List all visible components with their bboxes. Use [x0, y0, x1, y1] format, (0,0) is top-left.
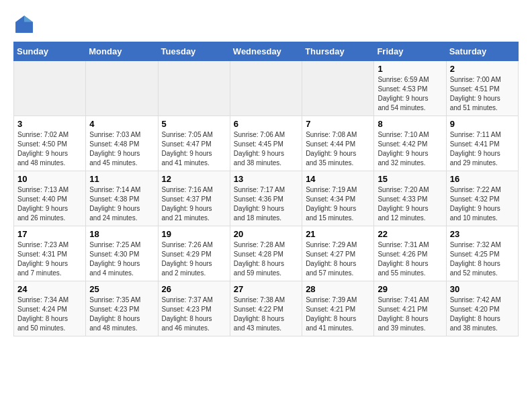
day-info: Sunrise: 7:10 AMSunset: 4:42 PMDaylight:…	[378, 130, 442, 168]
day-info: Sunrise: 7:19 AMSunset: 4:34 PMDaylight:…	[306, 185, 370, 223]
day-cell: 26Sunrise: 7:37 AMSunset: 4:23 PMDayligh…	[158, 281, 230, 336]
day-number: 25	[89, 284, 154, 294]
day-number: 23	[450, 229, 515, 239]
day-cell: 16Sunrise: 7:22 AMSunset: 4:32 PMDayligh…	[446, 171, 518, 226]
day-info: Sunrise: 7:11 AMSunset: 4:41 PMDaylight:…	[450, 130, 515, 168]
day-info: Sunrise: 7:29 AMSunset: 4:27 PMDaylight:…	[306, 240, 370, 278]
day-cell: 4Sunrise: 7:03 AMSunset: 4:48 PMDaylight…	[86, 116, 158, 171]
header-day-friday: Friday	[374, 42, 446, 61]
day-cell	[86, 61, 158, 116]
day-number: 1	[378, 64, 442, 74]
day-info: Sunrise: 7:38 AMSunset: 4:22 PMDaylight:…	[234, 295, 298, 333]
day-cell: 20Sunrise: 7:28 AMSunset: 4:28 PMDayligh…	[230, 226, 302, 281]
calendar-header: SundayMondayTuesdayWednesdayThursdayFrid…	[14, 42, 519, 61]
day-number: 11	[89, 174, 154, 184]
svg-marker-1	[24, 15, 33, 22]
day-info: Sunrise: 7:02 AMSunset: 4:50 PMDaylight:…	[17, 130, 82, 168]
header-day-tuesday: Tuesday	[158, 42, 230, 61]
day-cell: 12Sunrise: 7:16 AMSunset: 4:37 PMDayligh…	[158, 171, 230, 226]
day-cell: 7Sunrise: 7:08 AMSunset: 4:44 PMDaylight…	[302, 116, 374, 171]
day-cell	[14, 61, 86, 116]
day-cell: 11Sunrise: 7:14 AMSunset: 4:38 PMDayligh…	[86, 171, 158, 226]
day-number: 18	[89, 229, 154, 239]
day-number: 16	[450, 174, 515, 184]
day-number: 15	[378, 174, 442, 184]
day-info: Sunrise: 7:28 AMSunset: 4:28 PMDaylight:…	[234, 240, 298, 278]
day-cell: 14Sunrise: 7:19 AMSunset: 4:34 PMDayligh…	[302, 171, 374, 226]
day-cell: 18Sunrise: 7:25 AMSunset: 4:30 PMDayligh…	[86, 226, 158, 281]
day-cell: 9Sunrise: 7:11 AMSunset: 4:41 PMDaylight…	[446, 116, 518, 171]
day-cell	[230, 61, 302, 116]
page-header	[13, 13, 519, 35]
day-info: Sunrise: 7:03 AMSunset: 4:48 PMDaylight:…	[89, 130, 154, 168]
day-number: 14	[306, 174, 370, 184]
header-day-thursday: Thursday	[302, 42, 374, 61]
day-info: Sunrise: 7:31 AMSunset: 4:26 PMDaylight:…	[378, 240, 442, 278]
day-cell: 19Sunrise: 7:26 AMSunset: 4:29 PMDayligh…	[158, 226, 230, 281]
week-row-1: 1Sunrise: 6:59 AMSunset: 4:53 PMDaylight…	[14, 61, 519, 116]
day-number: 5	[162, 119, 226, 129]
day-info: Sunrise: 7:13 AMSunset: 4:40 PMDaylight:…	[17, 185, 82, 223]
day-number: 4	[89, 119, 154, 129]
header-row: SundayMondayTuesdayWednesdayThursdayFrid…	[14, 42, 519, 61]
day-info: Sunrise: 7:37 AMSunset: 4:23 PMDaylight:…	[162, 295, 226, 333]
day-cell: 8Sunrise: 7:10 AMSunset: 4:42 PMDaylight…	[374, 116, 446, 171]
logo-icon	[13, 13, 35, 35]
day-cell: 3Sunrise: 7:02 AMSunset: 4:50 PMDaylight…	[14, 116, 86, 171]
day-number: 2	[450, 64, 515, 74]
day-cell: 30Sunrise: 7:42 AMSunset: 4:20 PMDayligh…	[446, 281, 518, 336]
day-info: Sunrise: 7:05 AMSunset: 4:47 PMDaylight:…	[162, 130, 226, 168]
day-cell	[302, 61, 374, 116]
day-number: 10	[17, 174, 82, 184]
day-info: Sunrise: 7:32 AMSunset: 4:25 PMDaylight:…	[450, 240, 515, 278]
day-number: 21	[306, 229, 370, 239]
week-row-4: 17Sunrise: 7:23 AMSunset: 4:31 PMDayligh…	[14, 226, 519, 281]
day-info: Sunrise: 7:42 AMSunset: 4:20 PMDaylight:…	[450, 295, 515, 333]
day-cell: 27Sunrise: 7:38 AMSunset: 4:22 PMDayligh…	[230, 281, 302, 336]
day-number: 28	[306, 284, 370, 294]
day-number: 26	[162, 284, 226, 294]
day-cell: 15Sunrise: 7:20 AMSunset: 4:33 PMDayligh…	[374, 171, 446, 226]
day-cell: 21Sunrise: 7:29 AMSunset: 4:27 PMDayligh…	[302, 226, 374, 281]
day-info: Sunrise: 7:00 AMSunset: 4:51 PMDaylight:…	[450, 75, 515, 113]
week-row-2: 3Sunrise: 7:02 AMSunset: 4:50 PMDaylight…	[14, 116, 519, 171]
svg-rect-2	[15, 22, 33, 33]
day-number: 13	[234, 174, 298, 184]
day-cell: 5Sunrise: 7:05 AMSunset: 4:47 PMDaylight…	[158, 116, 230, 171]
day-info: Sunrise: 7:08 AMSunset: 4:44 PMDaylight:…	[306, 130, 370, 168]
day-number: 22	[378, 229, 442, 239]
day-info: Sunrise: 7:35 AMSunset: 4:23 PMDaylight:…	[89, 295, 154, 333]
day-cell: 25Sunrise: 7:35 AMSunset: 4:23 PMDayligh…	[86, 281, 158, 336]
day-info: Sunrise: 7:41 AMSunset: 4:21 PMDaylight:…	[378, 295, 442, 333]
day-cell: 13Sunrise: 7:17 AMSunset: 4:36 PMDayligh…	[230, 171, 302, 226]
day-info: Sunrise: 7:16 AMSunset: 4:37 PMDaylight:…	[162, 185, 226, 223]
day-info: Sunrise: 7:23 AMSunset: 4:31 PMDaylight:…	[17, 240, 82, 278]
day-number: 6	[234, 119, 298, 129]
header-day-saturday: Saturday	[446, 42, 518, 61]
day-number: 3	[17, 119, 82, 129]
day-cell: 1Sunrise: 6:59 AMSunset: 4:53 PMDaylight…	[374, 61, 446, 116]
day-number: 24	[17, 284, 82, 294]
day-info: Sunrise: 7:34 AMSunset: 4:24 PMDaylight:…	[17, 295, 82, 333]
day-cell: 17Sunrise: 7:23 AMSunset: 4:31 PMDayligh…	[14, 226, 86, 281]
day-cell: 29Sunrise: 7:41 AMSunset: 4:21 PMDayligh…	[374, 281, 446, 336]
day-info: Sunrise: 7:26 AMSunset: 4:29 PMDaylight:…	[162, 240, 226, 278]
day-cell: 24Sunrise: 7:34 AMSunset: 4:24 PMDayligh…	[14, 281, 86, 336]
day-number: 27	[234, 284, 298, 294]
logo	[13, 13, 38, 35]
day-number: 19	[162, 229, 226, 239]
day-number: 12	[162, 174, 226, 184]
day-cell: 28Sunrise: 7:39 AMSunset: 4:21 PMDayligh…	[302, 281, 374, 336]
day-info: Sunrise: 7:17 AMSunset: 4:36 PMDaylight:…	[234, 185, 298, 223]
day-number: 20	[234, 229, 298, 239]
day-info: Sunrise: 6:59 AMSunset: 4:53 PMDaylight:…	[378, 75, 442, 113]
day-number: 29	[378, 284, 442, 294]
week-row-5: 24Sunrise: 7:34 AMSunset: 4:24 PMDayligh…	[14, 281, 519, 336]
calendar-table: SundayMondayTuesdayWednesdayThursdayFrid…	[13, 42, 519, 336]
day-info: Sunrise: 7:22 AMSunset: 4:32 PMDaylight:…	[450, 185, 515, 223]
day-cell: 23Sunrise: 7:32 AMSunset: 4:25 PMDayligh…	[446, 226, 518, 281]
header-day-sunday: Sunday	[14, 42, 86, 61]
header-day-wednesday: Wednesday	[230, 42, 302, 61]
day-number: 17	[17, 229, 82, 239]
day-cell: 10Sunrise: 7:13 AMSunset: 4:40 PMDayligh…	[14, 171, 86, 226]
